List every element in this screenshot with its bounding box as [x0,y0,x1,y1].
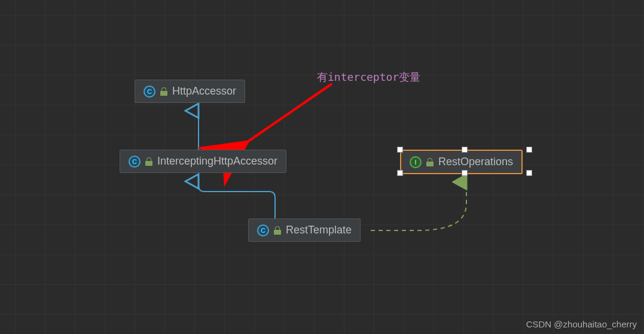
lock-icon [145,157,152,166]
class-node-intercepting-http-accessor[interactable]: C InterceptingHttpAccessor [120,150,286,173]
class-icon: C [129,156,141,168]
lock-icon [274,226,281,235]
node-label: RestTemplate [286,224,352,236]
watermark: CSDN @zhouhaitao_cherry [526,319,637,329]
resize-handle[interactable] [462,147,468,153]
interface-icon: I [410,156,422,168]
resize-handle[interactable] [397,170,403,176]
node-label: HttpAccessor [172,85,236,98]
resize-handle[interactable] [526,147,532,153]
lock-icon [426,158,434,166]
annotation-text: 有interceptor变量 [317,70,420,84]
node-label: RestOperations [438,156,513,168]
class-node-http-accessor[interactable]: C HttpAccessor [135,80,245,103]
canvas-grid [0,0,644,334]
class-icon: C [257,224,269,236]
resize-handle[interactable] [462,170,468,176]
node-label: InterceptingHttpAccessor [157,155,277,168]
resize-handle[interactable] [397,147,403,153]
resize-handle[interactable] [526,170,532,176]
lock-icon [160,87,167,96]
class-node-rest-template[interactable]: C RestTemplate [248,218,361,242]
class-icon: C [144,86,155,98]
